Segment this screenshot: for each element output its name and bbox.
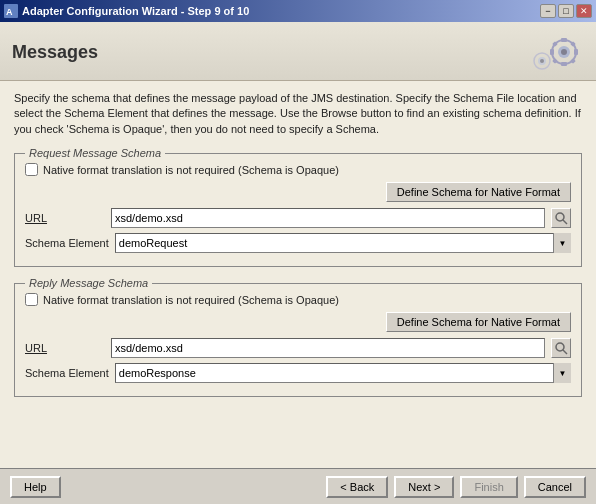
- gear-icon: [514, 31, 584, 73]
- request-url-row: URL: [25, 208, 571, 228]
- content-area: Specify the schema that defines the mess…: [0, 81, 596, 468]
- reply-browse-button[interactable]: [551, 338, 571, 358]
- maximize-button[interactable]: □: [558, 4, 574, 18]
- main-panel: Messages: [0, 22, 596, 504]
- search-icon: [554, 341, 568, 355]
- next-button[interactable]: Next >: [394, 476, 454, 498]
- reply-opaque-row: Native format translation is not require…: [25, 293, 571, 306]
- minimize-button[interactable]: −: [540, 4, 556, 18]
- reply-opaque-checkbox[interactable]: [25, 293, 38, 306]
- cancel-button[interactable]: Cancel: [524, 476, 586, 498]
- back-button[interactable]: < Back: [326, 476, 388, 498]
- reply-schema-select-wrapper: demoRequest demoResponse ▼: [115, 363, 571, 383]
- svg-point-4: [561, 49, 567, 55]
- svg-rect-7: [550, 49, 554, 55]
- request-define-button[interactable]: Define Schema for Native Format: [386, 182, 571, 202]
- request-schema-row: Schema Element demoRequest demoResponse …: [25, 233, 571, 253]
- app-icon: A: [4, 4, 18, 18]
- close-button[interactable]: ✕: [576, 4, 592, 18]
- description: Specify the schema that defines the mess…: [14, 91, 582, 137]
- request-schema-select-wrapper: demoRequest demoResponse ▼: [115, 233, 571, 253]
- svg-point-15: [540, 59, 544, 63]
- svg-rect-11: [552, 58, 558, 64]
- finish-button[interactable]: Finish: [460, 476, 517, 498]
- request-schema-legend: Request Message Schema: [25, 147, 165, 159]
- reply-url-input[interactable]: [111, 338, 545, 358]
- request-url-label: URL: [25, 212, 105, 224]
- page-title: Messages: [12, 42, 98, 63]
- svg-point-18: [556, 343, 564, 351]
- reply-schema-label: Schema Element: [25, 367, 109, 379]
- header-area: Messages: [0, 22, 596, 81]
- gear-icon-area: [504, 30, 584, 74]
- svg-text:A: A: [6, 7, 13, 17]
- reply-url-label: URL: [25, 342, 105, 354]
- reply-schema-row: Schema Element demoRequest demoResponse …: [25, 363, 571, 383]
- request-define-btn-row: Define Schema for Native Format: [25, 182, 571, 202]
- reply-define-btn-row: Define Schema for Native Format: [25, 312, 571, 332]
- bottom-left-buttons: Help: [10, 476, 61, 498]
- titlebar-left: A Adapter Configuration Wizard - Step 9 …: [4, 4, 249, 18]
- svg-rect-12: [570, 58, 576, 64]
- svg-line-17: [563, 220, 567, 224]
- request-url-input[interactable]: [111, 208, 545, 228]
- reply-define-button[interactable]: Define Schema for Native Format: [386, 312, 571, 332]
- help-button[interactable]: Help: [10, 476, 61, 498]
- svg-rect-8: [574, 49, 578, 55]
- reply-schema-group: Reply Message Schema Native format trans…: [14, 277, 582, 397]
- bottom-bar: Help < Back Next > Finish Cancel: [0, 468, 596, 504]
- reply-schema-legend: Reply Message Schema: [25, 277, 152, 289]
- svg-line-19: [563, 350, 567, 354]
- search-icon: [554, 211, 568, 225]
- reply-url-row: URL: [25, 338, 571, 358]
- request-opaque-checkbox[interactable]: [25, 163, 38, 176]
- window-title: Adapter Configuration Wizard - Step 9 of…: [22, 5, 249, 17]
- reply-opaque-label: Native format translation is not require…: [43, 294, 339, 306]
- request-schema-label: Schema Element: [25, 237, 109, 249]
- reply-schema-select[interactable]: demoRequest demoResponse: [115, 363, 571, 383]
- svg-rect-5: [561, 38, 567, 42]
- titlebar-controls: − □ ✕: [540, 4, 592, 18]
- svg-point-16: [556, 213, 564, 221]
- request-schema-select[interactable]: demoRequest demoResponse: [115, 233, 571, 253]
- titlebar: A Adapter Configuration Wizard - Step 9 …: [0, 0, 596, 22]
- request-opaque-label: Native format translation is not require…: [43, 164, 339, 176]
- request-opaque-row: Native format translation is not require…: [25, 163, 571, 176]
- request-browse-button[interactable]: [551, 208, 571, 228]
- request-schema-group: Request Message Schema Native format tra…: [14, 147, 582, 267]
- svg-rect-6: [561, 62, 567, 66]
- bottom-right-buttons: < Back Next > Finish Cancel: [326, 476, 586, 498]
